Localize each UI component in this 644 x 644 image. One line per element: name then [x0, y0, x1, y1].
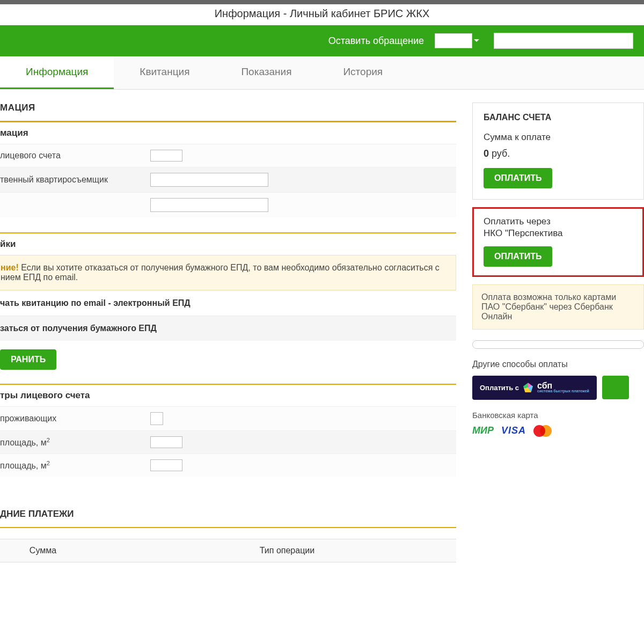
balance-title: БАЛАНС СЧЕТА [484, 113, 633, 122]
alert-bold: ние! [1, 263, 19, 272]
other-pay-title: Другие способы оплаты [472, 360, 644, 369]
tabs: Информация Квитанция Показания История [0, 56, 644, 90]
info-subhead: мация [0, 122, 456, 144]
alert-text-1: Если вы хотите отказаться от получения б… [19, 263, 440, 272]
card-logos: МИР VISA [472, 425, 644, 437]
row-area-1: площадь, м2 [0, 430, 456, 453]
col-sum: Сумма [0, 546, 118, 555]
search-input[interactable] [494, 33, 633, 49]
window-chrome-top [0, 0, 644, 4]
row-account-number: лицевого счета [0, 144, 456, 167]
mastercard-logo [533, 425, 552, 437]
sbp-button[interactable]: Оплатить с сбп система быстрых платежей [472, 376, 597, 400]
check-email-epd[interactable]: чать квитанцию по email - электронный ЕП… [0, 290, 456, 316]
params-subhead: тры лицевого счета [0, 385, 456, 406]
settings-subhead: йки [0, 233, 456, 255]
sidebar-input[interactable] [472, 340, 644, 349]
label-area-2: площадь, м2 [0, 460, 150, 471]
pay-perspektiva-card: Оплатить через НКО "Перспектива ОПЛАТИТЬ [472, 207, 644, 277]
main-content: МАЦИЯ мация лицевого счета твенный кварт… [0, 103, 472, 562]
check-refuse-paper[interactable]: заться от получения бумажного ЕПД [0, 316, 456, 341]
header-bar: Ц Оставить обращение [0, 25, 644, 56]
pay-button-perspektiva[interactable]: ОПЛАТИТЬ [484, 246, 552, 267]
account-dropdown[interactable] [435, 33, 472, 48]
sidebar: БАЛАНС СЧЕТА Сумма к оплате 0 руб. ОПЛАТ… [472, 103, 644, 562]
page-title: Информация - Личный кабинет БРИС ЖКХ [0, 4, 644, 25]
balance-card: БАЛАНС СЧЕТА Сумма к оплате 0 руб. ОПЛАТ… [472, 103, 644, 200]
col-type: Тип операции [118, 546, 456, 555]
field-account[interactable] [150, 150, 182, 162]
appeal-link[interactable]: Оставить обращение [328, 35, 424, 47]
perspektiva-line1: Оплатить через [484, 216, 633, 227]
payments-heading: ДНИЕ ПЛАТЕЖИ [0, 503, 456, 527]
field-area-1[interactable] [150, 436, 182, 448]
label-tenant: твенный квартиросъемщик [0, 175, 150, 185]
pay-button-main[interactable]: ОПЛАТИТЬ [484, 168, 552, 188]
row-area-2: площадь, м2 [0, 453, 456, 477]
other-pay-button[interactable] [602, 376, 629, 399]
label-residents: проживающих [0, 414, 150, 423]
sber-note: Оплата возможна только картами ПАО "Сбер… [472, 284, 644, 330]
payments-table-head: Сумма Тип операции [0, 539, 456, 562]
field-address[interactable] [150, 198, 268, 212]
row-residents: проживающих [0, 406, 456, 430]
tab-info[interactable]: Информация [0, 56, 114, 89]
sbp-logo: сбп система быстрых платежей [537, 382, 589, 393]
perspektiva-line2: НКО "Перспектива [484, 228, 633, 239]
visa-logo: VISA [501, 425, 526, 436]
sbp-label: Оплатить с [480, 384, 519, 392]
alert-text-2: нием ЕПД по email. [1, 273, 78, 282]
balance-sum-label: Сумма к оплате [484, 132, 633, 143]
bank-card-title: Банковская карта [472, 411, 644, 420]
tab-readings[interactable]: Показания [215, 56, 317, 89]
row-address [0, 192, 456, 217]
field-residents[interactable] [150, 412, 163, 425]
mir-logo: МИР [472, 425, 494, 436]
save-button[interactable]: РАНИТЬ [0, 349, 56, 370]
label-account: лицевого счета [0, 151, 150, 160]
tab-receipt[interactable]: Квитанция [114, 56, 215, 89]
tab-history[interactable]: История [317, 56, 408, 89]
sbp-icon [523, 383, 533, 392]
field-tenant[interactable] [150, 173, 268, 187]
row-tenant: твенный квартиросъемщик [0, 167, 456, 192]
balance-amount: 0 руб. [484, 148, 633, 159]
label-area-1: площадь, м2 [0, 437, 150, 448]
settings-alert: ние! Если вы хотите отказаться от получе… [0, 255, 456, 290]
page-heading: МАЦИЯ [0, 103, 456, 113]
field-area-2[interactable] [150, 459, 182, 471]
